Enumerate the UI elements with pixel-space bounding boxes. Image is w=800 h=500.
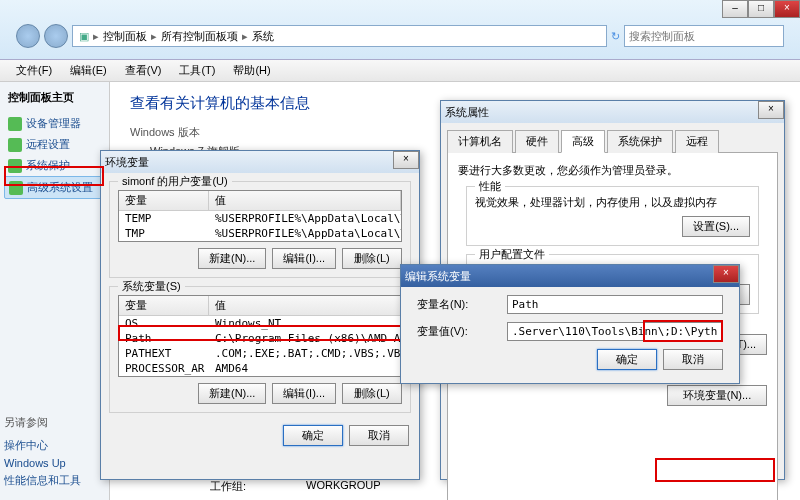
link-perf-info[interactable]: 性能信息和工具 — [4, 471, 81, 490]
env-vars-button[interactable]: 环境变量(N)... — [667, 385, 767, 406]
menu-view[interactable]: 查看(V) — [117, 61, 170, 80]
search-input[interactable] — [624, 25, 784, 47]
sysprops-titlebar[interactable]: 系统属性 × — [441, 101, 784, 123]
user-delete-button[interactable]: 删除(L) — [342, 248, 402, 269]
editvar-ok[interactable]: 确定 — [597, 349, 657, 370]
envvar-close[interactable]: × — [393, 151, 419, 169]
workgroup-label: 工作组: — [210, 479, 246, 494]
menu-edit[interactable]: 编辑(E) — [62, 61, 115, 80]
envvar-title: 环境变量 — [105, 155, 149, 170]
menu-help[interactable]: 帮助(H) — [225, 61, 278, 80]
shield-icon — [9, 181, 23, 195]
breadcrumb-item[interactable]: 所有控制面板项 — [161, 29, 238, 44]
user-new-button[interactable]: 新建(N)... — [198, 248, 266, 269]
sidebar-item-remote[interactable]: 远程设置 — [4, 134, 105, 155]
envvar-titlebar[interactable]: 环境变量 × — [101, 151, 419, 173]
workgroup-value: WORKGROUP — [306, 479, 381, 494]
tab-remote[interactable]: 远程 — [675, 130, 719, 153]
perf-settings-button[interactable]: 设置(S)... — [682, 216, 750, 237]
shield-icon — [8, 138, 22, 152]
envvar-ok[interactable]: 确定 — [283, 425, 343, 446]
editvar-cancel[interactable]: 取消 — [663, 349, 723, 370]
table-row[interactable]: TMP%USERPROFILE%\AppData\Local\Temp — [119, 226, 401, 241]
editvar-title: 编辑系统变量 — [405, 269, 471, 284]
maximize-button[interactable]: □ — [748, 0, 774, 18]
breadcrumb[interactable]: ▣ ▸ 控制面板 ▸ 所有控制面板项 ▸ 系统 — [72, 25, 607, 47]
perf-desc: 视觉效果，处理器计划，内存使用，以及虚拟内存 — [475, 195, 750, 210]
var-name-label: 变量名(N): — [417, 297, 497, 312]
profiles-group-title: 用户配置文件 — [475, 247, 549, 262]
sysprops-close[interactable]: × — [758, 101, 784, 119]
user-edit-button[interactable]: 编辑(I)... — [272, 248, 336, 269]
nav-forward-button[interactable] — [44, 24, 68, 48]
close-button[interactable]: × — [774, 0, 800, 18]
envvar-cancel[interactable]: 取消 — [349, 425, 409, 446]
table-row[interactable]: PathC:\Program Files (x86)\AMD APP\.. — [119, 331, 401, 346]
table-row[interactable]: TEMP%USERPROFILE%\AppData\Local\Temp — [119, 211, 401, 226]
link-windows-update[interactable]: Windows Up — [4, 455, 81, 471]
menu-tools[interactable]: 工具(T) — [171, 61, 223, 80]
shield-icon — [8, 117, 22, 131]
user-vars-table[interactable]: 变量值 TEMP%USERPROFILE%\AppData\Local\Temp… — [118, 190, 402, 242]
sys-new-button[interactable]: 新建(N)... — [198, 383, 266, 404]
admin-note: 要进行大多数更改，您必须作为管理员登录。 — [458, 163, 767, 178]
shield-icon — [8, 159, 22, 173]
var-value-label: 变量值(V): — [417, 324, 497, 339]
see-also-label: 另请参阅 — [4, 413, 81, 432]
sidebar-title: 控制面板主页 — [4, 90, 105, 105]
sys-delete-button[interactable]: 删除(L) — [342, 383, 402, 404]
sysprops-title: 系统属性 — [445, 105, 489, 120]
perf-group-title: 性能 — [475, 179, 505, 194]
editvar-close[interactable]: × — [713, 265, 739, 283]
sys-vars-table[interactable]: 变量值 OSWindows_NT PathC:\Program Files (x… — [118, 295, 402, 377]
user-vars-group-title: simonf 的用户变量(U) — [118, 174, 232, 189]
table-row[interactable]: PATHEXT.COM;.EXE;.BAT;.CMD;.VBS;.VBE; — [119, 346, 401, 361]
sidebar-item-protection[interactable]: 系统保护 — [4, 155, 105, 176]
minimize-button[interactable]: – — [722, 0, 748, 18]
var-value-input[interactable] — [507, 322, 723, 341]
var-name-input[interactable] — [507, 295, 723, 314]
nav-back-button[interactable] — [16, 24, 40, 48]
sys-vars-group-title: 系统变量(S) — [118, 279, 185, 294]
sidebar-item-device-manager[interactable]: 设备管理器 — [4, 113, 105, 134]
editvar-titlebar[interactable]: 编辑系统变量 × — [401, 265, 739, 287]
sys-edit-button[interactable]: 编辑(I)... — [272, 383, 336, 404]
link-action-center[interactable]: 操作中心 — [4, 436, 81, 455]
tab-protection[interactable]: 系统保护 — [607, 130, 673, 153]
refresh-icon[interactable]: ↻ — [611, 30, 620, 43]
breadcrumb-item[interactable]: 系统 — [252, 29, 274, 44]
tab-computer-name[interactable]: 计算机名 — [447, 130, 513, 153]
table-row[interactable]: OSWindows_NT — [119, 316, 401, 331]
menu-file[interactable]: 文件(F) — [8, 61, 60, 80]
breadcrumb-item[interactable]: 控制面板 — [103, 29, 147, 44]
tab-advanced[interactable]: 高级 — [561, 130, 605, 153]
computer-icon: ▣ — [79, 30, 89, 43]
tab-hardware[interactable]: 硬件 — [515, 130, 559, 153]
table-row[interactable]: PROCESSOR_ARAMD64 — [119, 361, 401, 376]
sidebar-item-advanced[interactable]: 高级系统设置 — [4, 176, 105, 199]
